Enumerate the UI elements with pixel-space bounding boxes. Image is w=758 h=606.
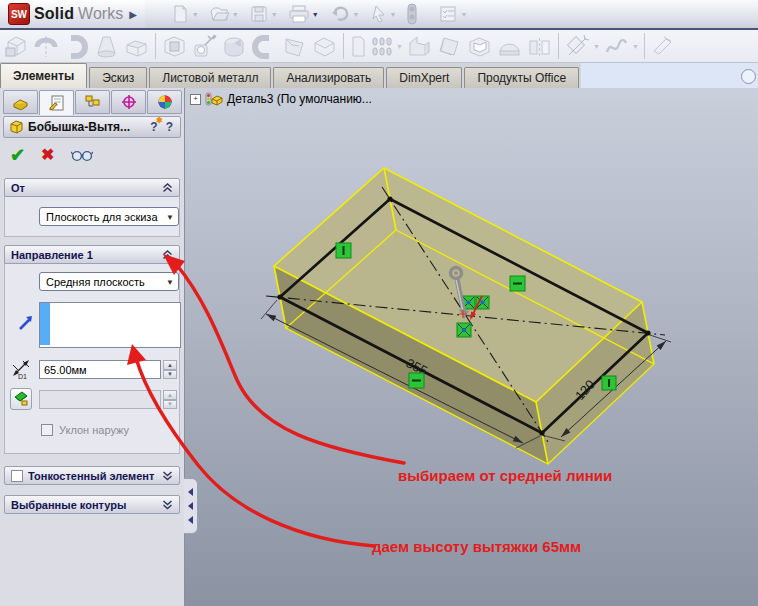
help-icon[interactable]: ? <box>164 120 175 134</box>
tab-propertymanager[interactable] <box>39 90 74 115</box>
relation-collinear-badge[interactable] <box>409 373 424 388</box>
expand-chevron-icon[interactable] <box>162 471 173 481</box>
open-button[interactable]: ▼ <box>206 3 242 25</box>
print-caret[interactable]: ▼ <box>312 11 319 18</box>
rib-icon[interactable] <box>406 33 433 60</box>
options-button[interactable]: ▼ <box>435 3 470 25</box>
tab-sketch[interactable]: Эскиз <box>89 67 147 88</box>
tab-evaluate[interactable]: Анализировать <box>273 67 384 88</box>
section-from-title: От <box>11 182 157 194</box>
start-condition-value: Плоскость для эскиза <box>46 211 158 223</box>
tab-dimxpert[interactable]: DimXpert <box>386 67 462 88</box>
tab-displaymanager[interactable] <box>147 90 182 114</box>
featuremanager-tree-icon <box>12 94 30 110</box>
relation-vertical-badge[interactable] <box>602 376 616 390</box>
print-button[interactable]: ▼ <box>285 3 322 25</box>
tab-featuremanager-tree[interactable] <box>3 90 38 114</box>
pattern-caret[interactable]: ▼ <box>396 43 403 50</box>
lofted-boss-icon[interactable] <box>93 33 120 60</box>
tab-sheet-metal[interactable]: Листовой металл <box>149 67 271 88</box>
model-canvas[interactable]: 355 120 <box>185 88 758 606</box>
mirror-icon[interactable] <box>526 33 553 60</box>
shell-icon[interactable] <box>466 33 493 60</box>
cancel-button[interactable]: ✖ <box>41 147 54 163</box>
selected-contours-header[interactable]: Выбранные контуры <box>4 495 180 514</box>
swept-cut-icon[interactable] <box>251 33 278 60</box>
extrude-preview-box[interactable]: 355 120 <box>261 168 671 464</box>
panel-splitter-handle[interactable] <box>184 478 198 534</box>
menu-expander-icon[interactable]: ▶ <box>129 9 137 20</box>
spin-up-icon[interactable]: ▲ <box>163 360 177 370</box>
draft-spinner[interactable]: ▲▼ <box>163 390 177 409</box>
new-document-button[interactable]: ▼ <box>167 3 202 25</box>
depth-input[interactable] <box>39 360 161 379</box>
instant3d-caret[interactable]: ▼ <box>593 43 600 50</box>
revolved-cut-icon[interactable] <box>221 33 248 60</box>
tab-elements[interactable]: Элементы <box>0 63 87 88</box>
boundary-boss-icon[interactable] <box>123 33 150 60</box>
expand-chevron-icon[interactable] <box>162 500 173 510</box>
dome-icon[interactable] <box>496 33 523 60</box>
section-direction1-body: Средняя плоскость ▼ D1 ▲▼ <box>4 264 180 454</box>
curves-icon[interactable] <box>603 33 630 60</box>
boundary-cut-icon[interactable] <box>311 33 338 60</box>
spin-down-icon[interactable]: ▼ <box>163 400 177 410</box>
tab-configurationmanager[interactable] <box>75 90 110 114</box>
section-from-header[interactable]: От <box>4 178 180 197</box>
undo-caret[interactable]: ▼ <box>353 11 360 18</box>
fillet-icon[interactable] <box>349 33 367 60</box>
tree-expand-icon[interactable]: + <box>190 94 201 105</box>
boss-extrude-icon <box>9 120 24 134</box>
save-caret[interactable]: ▼ <box>271 11 278 18</box>
commandmanager-pin-button[interactable] <box>741 69 756 84</box>
draft-outward-row: Уклон наружу <box>41 424 129 436</box>
instant3d-icon[interactable] <box>564 33 591 60</box>
relation-horizontal-badge[interactable] <box>510 276 525 291</box>
spin-up-icon[interactable]: ▲ <box>163 390 177 400</box>
curves-caret[interactable]: ▼ <box>632 43 639 50</box>
options-caret[interactable]: ▼ <box>460 11 467 18</box>
relation-coincident-badge[interactable] <box>457 323 471 337</box>
graphics-viewport[interactable]: 355 120 <box>185 88 758 606</box>
rebuild-button[interactable] <box>403 2 421 26</box>
reference-geometry-icon[interactable] <box>650 33 674 60</box>
select-button[interactable]: ▼ <box>367 3 400 25</box>
open-caret[interactable]: ▼ <box>232 11 239 18</box>
draft-button[interactable] <box>10 388 32 410</box>
thin-feature-header[interactable]: Тонкостенный элемент <box>4 466 180 485</box>
lofted-cut-icon[interactable] <box>281 33 308 60</box>
dropdown-arrow-icon: ▼ <box>166 213 174 222</box>
undo-button[interactable]: ▼ <box>326 3 363 25</box>
linear-pattern-icon[interactable] <box>370 33 394 60</box>
relation-vertical-badge[interactable] <box>336 243 351 258</box>
extruded-boss-icon[interactable] <box>3 33 30 60</box>
collapse-chevron-icon[interactable] <box>162 250 173 260</box>
thin-feature-checkbox[interactable] <box>11 470 23 482</box>
draft-icon-toolbar[interactable] <box>436 33 463 60</box>
part-name-label[interactable]: Деталь3 (По умолчанию... <box>227 92 372 106</box>
draft-outward-checkbox[interactable] <box>41 424 53 436</box>
ok-button[interactable]: ✔ <box>10 146 25 164</box>
start-condition-dropdown[interactable]: Плоскость для эскиза ▼ <box>39 207 179 226</box>
hole-wizard-icon[interactable] <box>191 33 218 60</box>
preview-glasses-icon[interactable] <box>71 149 93 162</box>
tab-dimxpertmanager[interactable] <box>111 90 146 114</box>
depth-spinner[interactable]: ▲▼ <box>163 360 177 379</box>
help-whatsnew-icon[interactable]: ?✱ <box>148 120 159 134</box>
draft-angle-input[interactable] <box>39 390 161 409</box>
select-caret[interactable]: ▼ <box>390 11 397 18</box>
swept-boss-icon[interactable] <box>63 33 90 60</box>
revolved-boss-icon[interactable] <box>33 33 60 60</box>
new-document-caret[interactable]: ▼ <box>192 11 199 18</box>
collapse-chevron-icon[interactable] <box>162 183 173 193</box>
end-condition-dropdown[interactable]: Средняя плоскость ▼ <box>39 272 179 291</box>
title-bar: SW SolidWorks ▶ ▼ ▼ ▼ ▼ ▼ ▼ <box>0 0 758 30</box>
save-button[interactable]: ▼ <box>246 3 281 25</box>
collapse-left-icon <box>188 488 193 496</box>
section-direction1-header[interactable]: Направление 1 <box>4 245 180 264</box>
extruded-cut-icon[interactable] <box>161 33 188 60</box>
direction-selection-box[interactable] <box>39 302 181 348</box>
direction-arrow-icon[interactable] <box>17 314 35 332</box>
spin-down-icon[interactable]: ▼ <box>163 370 177 380</box>
tab-office-products[interactable]: Продукты Office <box>464 67 579 88</box>
